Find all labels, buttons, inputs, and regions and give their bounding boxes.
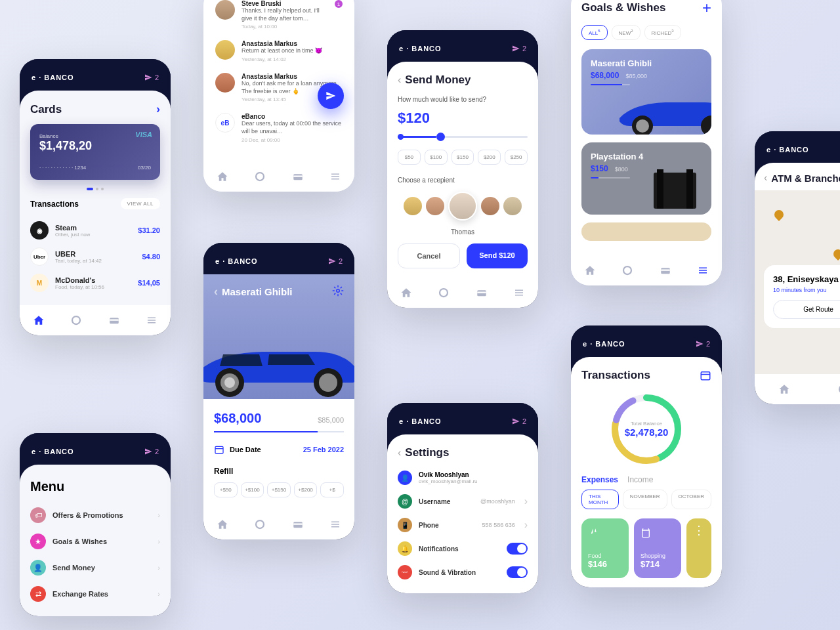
preset-chip[interactable]: $200 bbox=[478, 150, 501, 165]
at-icon: @ bbox=[398, 494, 412, 509]
refill-chip[interactable]: +$150 bbox=[267, 482, 291, 497]
sound-row: 〰Sound & Vibration bbox=[398, 560, 528, 584]
chat-row[interactable]: eB eBancoDear users, today at 00:00 the … bbox=[213, 108, 345, 148]
balance-amount: $1,478,20 bbox=[39, 139, 151, 153]
recipient-avatar[interactable] bbox=[426, 197, 444, 215]
tab-income[interactable]: Income bbox=[627, 475, 653, 484]
cancel-button[interactable]: Cancel bbox=[398, 243, 460, 268]
get-route-button[interactable]: Get Route bbox=[773, 300, 840, 319]
preset-chip[interactable]: $100 bbox=[425, 150, 448, 165]
amount-slider[interactable] bbox=[398, 136, 528, 138]
month-chip[interactable]: THIS MONTH bbox=[581, 490, 619, 509]
home-icon[interactable] bbox=[584, 264, 596, 276]
notif-badge[interactable]: 2 bbox=[144, 448, 159, 455]
map[interactable]: 38, Eniseyskaya 10 minutes from you Get … bbox=[755, 190, 840, 374]
menu-offers[interactable]: 🏷Offers & Promotions› bbox=[30, 502, 160, 528]
preset-chip[interactable]: $250 bbox=[505, 150, 528, 165]
tx-row[interactable]: Uber UBERTaxi, today, at 14:42 $4.80 bbox=[30, 243, 160, 270]
add-goal-button[interactable]: + bbox=[702, 0, 711, 17]
back-icon[interactable]: ‹ bbox=[214, 285, 218, 299]
sound-toggle[interactable] bbox=[507, 566, 528, 578]
menu-icon[interactable] bbox=[329, 171, 341, 182]
card-icon[interactable] bbox=[108, 314, 120, 326]
back-icon[interactable]: ‹ bbox=[764, 172, 767, 184]
steam-icon: ◉ bbox=[30, 221, 49, 240]
month-chip[interactable]: NOVEMBER bbox=[623, 490, 667, 509]
chat-row[interactable]: Anastasia MarkusReturn at least once in … bbox=[213, 35, 345, 68]
stats-icon[interactable] bbox=[254, 171, 266, 182]
filter-chip-all[interactable]: ALL5 bbox=[581, 25, 608, 40]
calendar-icon[interactable] bbox=[700, 369, 711, 381]
send-amount: $120 bbox=[398, 110, 528, 127]
refill-chip[interactable]: +$50 bbox=[214, 482, 238, 497]
svg-rect-40 bbox=[661, 269, 670, 270]
home-icon[interactable] bbox=[33, 314, 45, 326]
menu-exchange[interactable]: ⇄Exchange Rates› bbox=[30, 581, 160, 607]
month-chip[interactable]: OCTOBER bbox=[671, 490, 711, 509]
svg-rect-18 bbox=[215, 446, 223, 453]
refill-chip[interactable]: +$ bbox=[320, 482, 344, 497]
stats-icon[interactable] bbox=[70, 314, 82, 326]
back-icon[interactable]: ‹ bbox=[398, 447, 401, 459]
filter-chip-riched[interactable]: RICHED3 bbox=[644, 25, 681, 40]
recipient-avatar[interactable] bbox=[481, 197, 499, 215]
menu-icon[interactable] bbox=[329, 518, 341, 530]
goal-card[interactable]: Maserati Ghibli $68,000$85,000 bbox=[581, 49, 711, 135]
svg-rect-36 bbox=[657, 169, 663, 209]
home-icon[interactable] bbox=[217, 518, 228, 530]
header: e · BANCO 2 bbox=[20, 59, 171, 91]
refill-chip[interactable]: +$200 bbox=[294, 482, 318, 497]
home-icon[interactable] bbox=[778, 383, 790, 395]
credit-card[interactable]: VISA Balance $1,478,20 · · · · · · · · ·… bbox=[30, 124, 160, 180]
chevron-right-icon[interactable]: › bbox=[156, 102, 160, 116]
filter-chip-new[interactable]: NEW2 bbox=[612, 25, 640, 40]
menu-icon[interactable] bbox=[146, 314, 158, 326]
refill-chip[interactable]: +$100 bbox=[241, 482, 264, 497]
recipient-avatar-selected[interactable] bbox=[448, 192, 477, 220]
tab-expenses[interactable]: Expenses bbox=[581, 475, 618, 484]
notif-badge[interactable]: 2 bbox=[144, 74, 159, 81]
card-icon[interactable] bbox=[660, 264, 671, 276]
stats-icon[interactable] bbox=[254, 518, 266, 530]
uber-icon: Uber bbox=[30, 247, 49, 266]
notifications-toggle[interactable] bbox=[507, 543, 528, 555]
goal-card[interactable]: Playstation 4 $150$800 bbox=[581, 142, 711, 215]
preset-chip[interactable]: $50 bbox=[398, 150, 421, 165]
tx-row[interactable]: M McDonald'sFood, today, at 10:56 $14,05 bbox=[30, 270, 160, 296]
gear-icon[interactable] bbox=[332, 285, 344, 297]
recipient-avatar[interactable] bbox=[503, 197, 522, 215]
menu-icon[interactable] bbox=[513, 287, 525, 299]
star-icon: ★ bbox=[30, 534, 46, 549]
card-icon[interactable] bbox=[476, 287, 488, 299]
profile-row[interactable]: 👤 Ovik Mooshlyanovik_mooshlyan@mail.ru bbox=[398, 466, 528, 490]
send-button[interactable]: Send $120 bbox=[467, 243, 528, 268]
home-icon[interactable] bbox=[217, 171, 228, 182]
recipient-avatar[interactable] bbox=[404, 197, 422, 215]
system-avatar: eB bbox=[215, 113, 235, 133]
map-pin[interactable] bbox=[772, 208, 786, 221]
card-icon[interactable] bbox=[292, 518, 304, 530]
map-pin[interactable] bbox=[831, 247, 840, 261]
tx-row[interactable]: ◉ SteamOther, just now $31.20 bbox=[30, 217, 160, 243]
view-all-button[interactable]: VIEW ALL bbox=[121, 198, 160, 209]
preset-chip[interactable]: $150 bbox=[452, 150, 474, 165]
compose-button[interactable] bbox=[318, 83, 344, 109]
atm-title: ATM & Branches bbox=[771, 173, 840, 184]
stats-icon[interactable] bbox=[837, 383, 840, 395]
username-row[interactable]: @Username@mooshlyan› bbox=[398, 490, 528, 513]
home-icon[interactable] bbox=[400, 287, 412, 299]
phone-row[interactable]: 📱Phone558 586 636› bbox=[398, 513, 528, 537]
address: 38, Eniseyskaya bbox=[773, 274, 840, 284]
expense-card-shopping[interactable]: Shopping$714 bbox=[634, 518, 681, 578]
menu-send[interactable]: 👤Send Money› bbox=[30, 555, 160, 581]
expense-card-more[interactable]: ⋮ bbox=[686, 518, 711, 578]
back-icon[interactable]: ‹ bbox=[398, 74, 401, 86]
stats-icon[interactable] bbox=[621, 264, 633, 276]
chat-row[interactable]: Steve BruskiThanks. I really helped out.… bbox=[213, 0, 345, 35]
menu-goals[interactable]: ★Goals & Wishes› bbox=[30, 528, 160, 555]
menu-icon[interactable] bbox=[697, 264, 709, 276]
card-icon[interactable] bbox=[292, 171, 304, 182]
goal-card[interactable] bbox=[581, 222, 711, 241]
stats-icon[interactable] bbox=[438, 287, 450, 299]
expense-card-food[interactable]: Food$146 bbox=[581, 518, 629, 578]
